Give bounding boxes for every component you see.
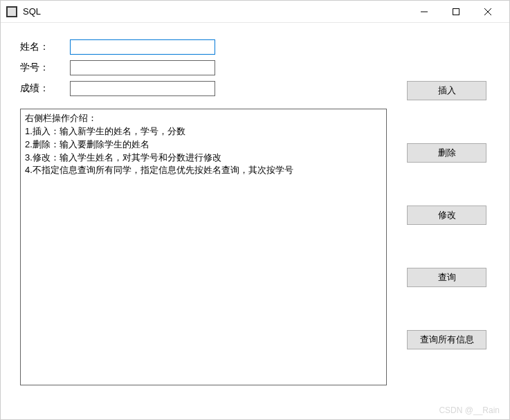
score-input[interactable] (70, 81, 215, 96)
id-input[interactable] (70, 60, 215, 75)
window-controls (408, 1, 504, 22)
name-input[interactable] (70, 39, 215, 55)
delete-button[interactable]: 删除 (407, 143, 486, 163)
minimize-icon (421, 8, 428, 15)
minimize-button[interactable] (408, 1, 440, 22)
content-area: 姓名： 学号： 成绩： 右侧栏操作介绍： 1.插入：输入新学生的姓名，学号，分数… (1, 23, 509, 419)
form-area: 姓名： 学号： 成绩： 右侧栏操作介绍： 1.插入：输入新学生的姓名，学号，分数… (20, 39, 490, 385)
name-label: 姓名： (20, 41, 62, 53)
close-button[interactable] (472, 1, 504, 22)
query-button[interactable]: 查询 (407, 268, 486, 287)
update-button[interactable]: 修改 (407, 206, 486, 225)
query-all-button[interactable]: 查询所有信息 (407, 330, 486, 349)
titlebar: SQL (1, 1, 509, 23)
svg-rect-1 (453, 8, 459, 15)
watermark: CSDN @__Rain (439, 405, 500, 415)
left-column: 姓名： 学号： 成绩： 右侧栏操作介绍： 1.插入：输入新学生的姓名，学号，分数… (20, 39, 393, 385)
maximize-icon (453, 8, 459, 15)
info-textbox[interactable]: 右侧栏操作介绍： 1.插入：输入新学生的姓名，学号，分数 2.删除：输入要删除学… (20, 109, 387, 385)
name-row: 姓名： (20, 39, 393, 55)
id-label: 学号： (20, 62, 62, 74)
app-icon (6, 6, 17, 17)
right-column: 插入 删除 修改 查询 查询所有信息 (407, 39, 490, 385)
window-title: SQL (23, 6, 408, 17)
maximize-button[interactable] (440, 1, 472, 22)
id-row: 学号： (20, 60, 393, 75)
close-icon (484, 8, 491, 15)
insert-button[interactable]: 插入 (407, 81, 486, 100)
score-label: 成绩： (20, 82, 62, 95)
score-row: 成绩： (20, 81, 393, 96)
